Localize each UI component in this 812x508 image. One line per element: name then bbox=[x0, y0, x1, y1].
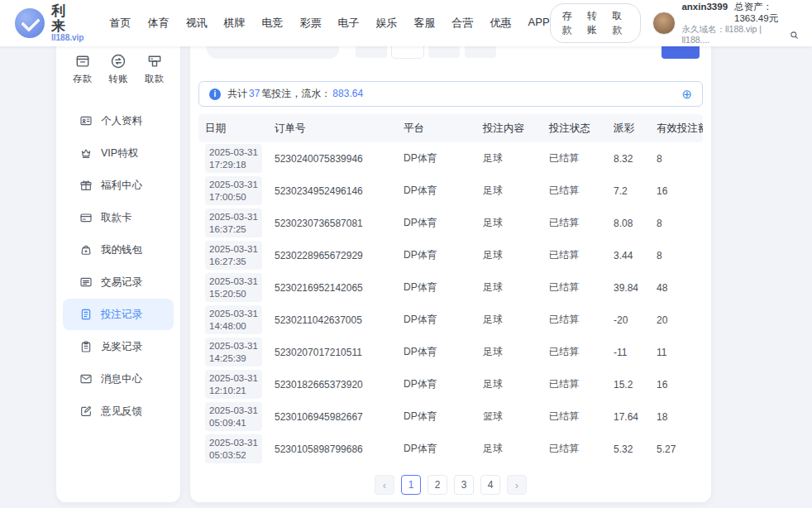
cell-bet-status: 已结算 bbox=[542, 216, 607, 230]
sidebar-menu-item[interactable]: 投注记录 bbox=[63, 299, 174, 330]
sidebar-menu-item-label: 我的钱包 bbox=[101, 243, 142, 257]
sidebar-menu-item[interactable]: 取款卡 bbox=[63, 202, 174, 233]
table-row: 2025-03-3105:03:52 5230105898799686 DP体育… bbox=[198, 433, 703, 465]
summary-bar: i 共计37笔投注，流水：883.64 ⊕ bbox=[198, 81, 703, 107]
cell-payout: 15.2 bbox=[607, 379, 650, 391]
cell-valid-amount: 20 bbox=[650, 314, 703, 326]
sidebar-menu-item-label: 福利中心 bbox=[101, 179, 142, 193]
cell-order-number: 5230211042637005 bbox=[268, 314, 397, 326]
cell-bet-status: 已结算 bbox=[542, 248, 607, 262]
prize-records-icon bbox=[79, 340, 93, 353]
transfer-icon bbox=[110, 53, 127, 69]
page-button[interactable]: 4 bbox=[480, 475, 500, 495]
quick-action[interactable]: 存款 bbox=[73, 53, 92, 85]
next-page-button[interactable]: › bbox=[507, 475, 527, 495]
sidebar-menu-item[interactable]: 意见反馈 bbox=[63, 395, 174, 427]
brand-logo[interactable]: 利 来 ll188.vip bbox=[15, 4, 88, 42]
cell-valid-amount: 5.27 bbox=[650, 443, 703, 455]
wallet-pill-action[interactable]: 存款 bbox=[562, 9, 579, 37]
sidebar-menu-item[interactable]: 我的钱包 bbox=[63, 234, 174, 266]
cell-date: 2025-03-3112:10:21 bbox=[205, 370, 262, 400]
cell-bet-content: 足球 bbox=[476, 345, 542, 359]
cell-order-number: 5230228965672929 bbox=[268, 250, 397, 261]
cell-payout: 17.64 bbox=[607, 411, 650, 423]
user-info[interactable]: anxin3399 总资产： 1363.49元 永久域名：ll188.vip |… bbox=[652, 1, 799, 46]
bet-records-panel: i 共计37笔投注，流水：883.64 ⊕ 日期 订单号 平台 投注内容 投注状… bbox=[190, 33, 711, 502]
nav-item[interactable]: 合营 bbox=[452, 16, 474, 31]
avatar[interactable] bbox=[652, 12, 676, 35]
cell-bet-status: 已结算 bbox=[542, 151, 607, 165]
nav-item[interactable]: APP bbox=[528, 16, 550, 31]
sidebar-menu-item[interactable]: 个人资料 bbox=[63, 105, 174, 137]
table-row: 2025-03-3112:10:21 5230182665373920 DP体育… bbox=[198, 368, 703, 400]
table-row: 2025-03-3117:00:50 5230234952496146 DP体育… bbox=[198, 175, 703, 207]
cell-payout: -11 bbox=[607, 347, 650, 358]
username: anxin3399 bbox=[681, 1, 728, 25]
nav-item[interactable]: 体育 bbox=[148, 16, 170, 31]
col-order: 订单号 bbox=[268, 122, 397, 136]
cell-bet-content: 足球 bbox=[476, 313, 542, 327]
cell-date: 2025-03-3105:09:41 bbox=[205, 402, 262, 432]
cell-bet-content: 足球 bbox=[476, 280, 542, 295]
page-button[interactable]: 3 bbox=[454, 475, 474, 495]
plus-circle-icon[interactable]: ⊕ bbox=[681, 88, 692, 100]
sidebar-menu-item-label: VIP特权 bbox=[101, 146, 138, 161]
nav-item[interactable]: 娱乐 bbox=[376, 16, 398, 31]
quick-action-label: 存款 bbox=[73, 73, 92, 85]
feedback-icon bbox=[79, 405, 93, 418]
nav-item[interactable]: 棋牌 bbox=[224, 16, 246, 31]
bet-records-table: 日期 订单号 平台 投注内容 投注状态 派彩 有效投注额 2025-03-311… bbox=[198, 114, 703, 465]
cell-bet-status: 已结算 bbox=[542, 280, 607, 295]
cell-date: 2025-03-3114:48:00 bbox=[205, 305, 262, 335]
nav-item[interactable]: 视讯 bbox=[186, 16, 208, 31]
quick-action[interactable]: 转账 bbox=[109, 53, 128, 85]
deposit-icon bbox=[74, 53, 91, 69]
cell-valid-amount: 8 bbox=[650, 153, 703, 165]
cell-payout: 3.44 bbox=[607, 250, 650, 261]
sidebar-menu-item[interactable]: 交易记录 bbox=[63, 266, 174, 298]
sidebar-menu-item[interactable]: 消息中心 bbox=[63, 363, 174, 395]
col-valid-amount: 有效投注额 bbox=[650, 122, 703, 136]
cell-bet-status: 已结算 bbox=[542, 184, 607, 198]
sidebar-menu-item-label: 兑奖记录 bbox=[101, 340, 142, 354]
search-icon[interactable] bbox=[790, 31, 799, 40]
sidebar-menu-item[interactable]: 福利中心 bbox=[63, 170, 174, 201]
bet-records-icon bbox=[79, 308, 93, 321]
wallet-pill-action[interactable]: 取款 bbox=[612, 9, 628, 37]
total-assets: 总资产： 1363.49元 bbox=[734, 1, 799, 25]
col-status: 投注状态 bbox=[542, 122, 607, 136]
nav-item[interactable]: 电竞 bbox=[262, 16, 284, 31]
wallet-pill-action[interactable]: 转账 bbox=[587, 9, 604, 37]
cell-payout: 39.84 bbox=[607, 282, 650, 294]
welfare-icon bbox=[79, 179, 93, 192]
cell-payout: 7.2 bbox=[607, 185, 650, 197]
cell-payout: 5.32 bbox=[607, 443, 650, 455]
cell-bet-content: 足球 bbox=[476, 151, 542, 165]
cell-payout: 8.32 bbox=[607, 153, 650, 165]
quick-action[interactable]: 取款 bbox=[145, 53, 164, 85]
col-payout: 派彩 bbox=[607, 122, 650, 136]
profile-icon bbox=[79, 114, 93, 127]
cell-date: 2025-03-3115:20:50 bbox=[205, 273, 262, 303]
cell-platform: DP体育 bbox=[397, 216, 476, 230]
sidebar-menu-item[interactable]: 兑奖记录 bbox=[63, 331, 174, 362]
cell-order-number: 5230240075839946 bbox=[268, 153, 397, 165]
nav-item[interactable]: 彩票 bbox=[300, 16, 322, 31]
cell-platform: DP体育 bbox=[397, 151, 476, 165]
sidebar-menu-item[interactable]: VIP特权 bbox=[63, 137, 174, 169]
sidebar-menu-item-label: 交易记录 bbox=[101, 276, 142, 290]
top-header: 利 来 ll188.vip 首页体育视讯棋牌电竞彩票电子娱乐客服合营优惠APP … bbox=[0, 0, 812, 46]
page-button[interactable]: 2 bbox=[427, 475, 447, 495]
cell-valid-amount: 18 bbox=[650, 411, 703, 423]
prev-page-button[interactable]: ‹ bbox=[375, 475, 394, 495]
main-nav: 首页体育视讯棋牌电竞彩票电子娱乐客服合营优惠APP bbox=[110, 16, 550, 31]
nav-item[interactable]: 电子 bbox=[338, 16, 360, 31]
cell-order-number: 5230182665373920 bbox=[268, 379, 397, 391]
cell-order-number: 5230207017210511 bbox=[268, 347, 397, 358]
nav-item[interactable]: 客服 bbox=[414, 16, 436, 31]
table-row: 2025-03-3114:25:39 5230207017210511 DP体育… bbox=[198, 336, 703, 368]
nav-item[interactable]: 首页 bbox=[110, 16, 131, 31]
withdraw-card-icon bbox=[79, 211, 93, 224]
nav-item[interactable]: 优惠 bbox=[490, 16, 512, 31]
page-button[interactable]: 1 bbox=[401, 475, 421, 495]
